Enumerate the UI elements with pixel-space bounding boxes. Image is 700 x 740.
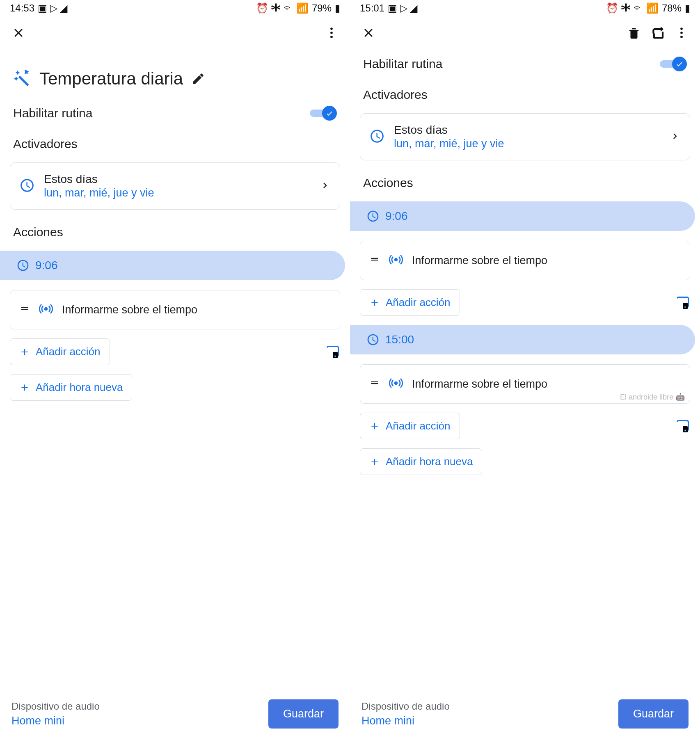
footer: Dispositivo de audio Home mini Guardar <box>350 691 700 740</box>
action-text: Informarme sobre el tiempo <box>412 254 547 267</box>
trash-icon[interactable] <box>627 26 641 40</box>
device-select-icon[interactable] <box>325 345 340 359</box>
action-card[interactable]: Informarme sobre el tiempo <box>360 241 690 280</box>
clock-icon <box>19 178 35 195</box>
broadcast-icon <box>39 302 53 317</box>
add-action-label: Añadir acción <box>386 296 451 309</box>
add-action-button[interactable]: Añadir acción <box>360 289 460 316</box>
close-icon[interactable] <box>361 26 375 40</box>
save-button[interactable]: Guardar <box>268 699 339 729</box>
add-action-button[interactable]: Añadir acción <box>10 338 110 365</box>
more-icon[interactable] <box>325 26 339 40</box>
add-action-label: Añadir acción <box>36 345 101 358</box>
clock-icon <box>369 128 385 146</box>
status-bar: 14:53 ▣ ▷ ◢ ⏰ ✱ ᯤ 📶 79% ▮ <box>0 0 350 16</box>
chevron-right-icon <box>319 180 331 193</box>
status-system-icons: ⏰ ✱ ᯤ 📶 <box>606 2 659 14</box>
title-row: Temperatura diaria <box>10 49 340 100</box>
action-text: Informarme sobre el tiempo <box>412 378 547 391</box>
screen-left: 14:53 ▣ ▷ ◢ ⏰ ✱ ᯤ 📶 79% ▮ Temperatura di… <box>0 0 350 740</box>
action-card[interactable]: Informarme sobre el tiempo El androide l… <box>360 364 690 404</box>
add-time-label: Añadir hora nueva <box>386 455 473 468</box>
days-sub: lun, mar, mié, jue y vie <box>394 137 660 150</box>
days-title: Estos días <box>394 123 660 137</box>
add-time-button[interactable]: Añadir hora nueva <box>10 374 132 401</box>
enable-row: Habilitar rutina <box>10 100 340 130</box>
time-value: 9:06 <box>35 259 58 272</box>
audio-device-label: Dispositivo de audio <box>11 701 100 712</box>
activators-label: Activadores <box>10 130 340 162</box>
time-pill-2[interactable]: 15:00 <box>350 325 695 354</box>
device-select-icon[interactable] <box>675 295 690 310</box>
app-bar <box>350 16 700 49</box>
time-value: 15:00 <box>385 333 414 346</box>
close-icon[interactable] <box>11 26 25 40</box>
status-notif-icons: ▣ ▷ ◢ <box>38 2 67 14</box>
wand-icon <box>13 69 31 89</box>
status-bar: 15:01 ▣ ▷ ◢ ⏰ ✱ ᯤ 📶 78% ▮ <box>350 0 700 16</box>
add-action-label: Añadir acción <box>386 420 451 432</box>
add-time-label: Añadir hora nueva <box>36 381 123 394</box>
broadcast-icon <box>389 253 403 268</box>
status-time: 14:53 <box>10 2 34 14</box>
days-card[interactable]: Estos días lun, mar, mié, jue y vie <box>10 162 340 210</box>
enable-toggle[interactable] <box>660 57 687 71</box>
drag-handle-icon[interactable] <box>369 254 380 267</box>
enable-row: Habilitar rutina <box>360 51 690 80</box>
broadcast-icon <box>389 376 403 392</box>
enable-label: Habilitar rutina <box>363 57 442 71</box>
status-battery: 78% <box>662 2 682 14</box>
add-action-button[interactable]: Añadir acción <box>360 413 460 439</box>
shortcut-icon[interactable] <box>651 26 665 40</box>
watermark: El androide libre🤖 <box>620 393 685 402</box>
device-select-icon[interactable] <box>675 419 690 434</box>
app-bar <box>0 16 350 49</box>
days-card[interactable]: Estos días lun, mar, mié, jue y vie <box>360 113 690 160</box>
status-system-icons: ⏰ ✱ ᯤ 📶 <box>256 2 309 14</box>
days-title: Estos días <box>44 173 310 186</box>
audio-device-label: Dispositivo de audio <box>361 701 450 712</box>
action-card[interactable]: Informarme sobre el tiempo <box>10 290 340 329</box>
status-time: 15:01 <box>360 2 384 14</box>
time-pill-1[interactable]: 9:06 <box>350 201 695 231</box>
add-time-button[interactable]: Añadir hora nueva <box>360 448 482 475</box>
pencil-icon[interactable] <box>191 72 205 86</box>
activators-label: Activadores <box>360 80 690 113</box>
screen-right: 15:01 ▣ ▷ ◢ ⏰ ✱ ᯤ 📶 78% ▮ Habilitar ruti… <box>350 0 700 740</box>
chevron-right-icon <box>669 130 681 144</box>
enable-toggle[interactable] <box>310 106 337 121</box>
battery-icon: ▮ <box>335 2 340 14</box>
routine-title: Temperatura diaria <box>39 69 183 89</box>
battery-icon: ▮ <box>685 2 690 14</box>
actions-label: Acciones <box>360 169 690 201</box>
actions-label: Acciones <box>10 218 340 251</box>
drag-handle-icon[interactable] <box>369 377 380 391</box>
audio-device-link[interactable]: Home mini <box>11 715 100 727</box>
time-value: 9:06 <box>385 210 408 223</box>
audio-device-link[interactable]: Home mini <box>361 715 450 727</box>
enable-label: Habilitar rutina <box>13 106 92 120</box>
footer: Dispositivo de audio Home mini Guardar <box>0 691 350 740</box>
action-text: Informarme sobre el tiempo <box>62 304 197 316</box>
drag-handle-icon[interactable] <box>19 303 30 317</box>
status-battery: 79% <box>312 2 332 14</box>
days-sub: lun, mar, mié, jue y vie <box>44 187 310 199</box>
status-notif-icons: ▣ ▷ ◢ <box>388 2 417 14</box>
time-pill-1[interactable]: 9:06 <box>0 251 345 280</box>
more-icon[interactable] <box>675 26 689 40</box>
save-button[interactable]: Guardar <box>618 699 689 729</box>
